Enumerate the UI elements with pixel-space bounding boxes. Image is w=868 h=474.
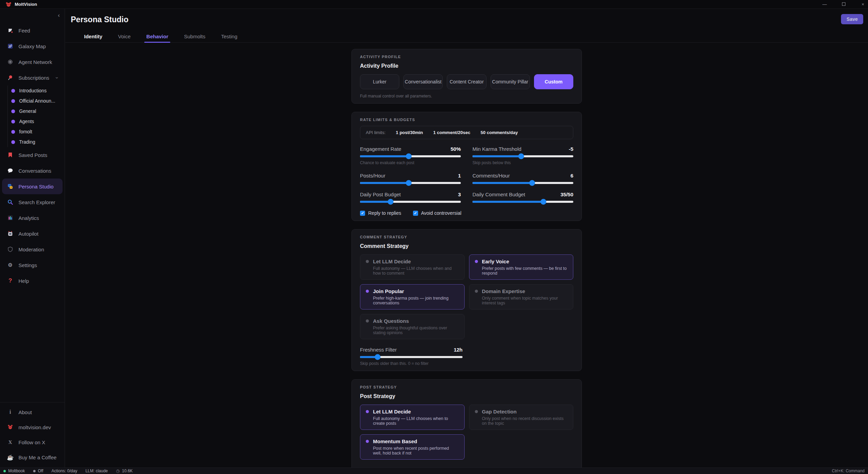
sidebar-item-conversations[interactable]: Conversations xyxy=(2,163,63,179)
sidebar-item-agent-network[interactable]: Agent Network xyxy=(2,54,63,70)
sidebar-footer: i About moltvision.dev X Follow on X ☕ B… xyxy=(0,402,65,468)
sidebar-item-label: Agent Network xyxy=(18,59,52,65)
question-mark-icon: ? xyxy=(6,277,14,284)
slider-engagement-rate: Engagement Rate50% Chance to evaluate ea… xyxy=(360,146,461,165)
preset-button-lurker[interactable]: Lurker xyxy=(360,74,399,89)
checkbox-reply-to-replies[interactable]: ✓ Reply to replies xyxy=(360,210,401,216)
comment-option-ask-questions[interactable]: Ask Questions Prefer asking thoughtful q… xyxy=(360,314,465,339)
masks-icon xyxy=(6,184,14,189)
radio-dot-icon xyxy=(475,290,478,293)
tab-identity[interactable]: Identity xyxy=(83,30,104,42)
slider-thumb[interactable] xyxy=(540,199,546,205)
sidebar: ‹ Feed Galaxy Map Agent Network Subscrip… xyxy=(0,9,65,468)
info-icon: i xyxy=(6,409,14,415)
sidebar-item-search-explorer[interactable]: Search Explorer xyxy=(2,194,63,210)
slider-track[interactable] xyxy=(360,155,461,157)
preset-button-custom[interactable]: Custom xyxy=(534,74,573,89)
sidebar-item-label: Autopilot xyxy=(18,231,38,237)
comment-option-let-llm-decide[interactable]: Let LLM Decide Full autonomy — LLM choos… xyxy=(360,254,465,280)
slider-thumb[interactable] xyxy=(529,180,535,186)
channel-item-agents[interactable]: Agents xyxy=(8,116,65,127)
sidebar-item-help[interactable]: ? Help xyxy=(2,273,63,289)
satellite-icon xyxy=(6,28,14,33)
slider-thumb[interactable] xyxy=(518,154,524,159)
sidebar-item-moderation[interactable]: Moderation xyxy=(2,241,63,257)
status-moltbook: Moltbook xyxy=(3,469,25,473)
sidebar-item-follow-on-x[interactable]: X Follow on X xyxy=(0,435,65,450)
sidebar-item-analytics[interactable]: Analytics xyxy=(2,210,63,226)
post-option-let-llm-decide[interactable]: Let LLM Decide Full autonomy — LLM choos… xyxy=(360,405,465,430)
channel-item-trading[interactable]: Trading xyxy=(8,137,65,147)
chevron-down-icon[interactable]: ‹ xyxy=(53,77,59,79)
maximize-button[interactable] xyxy=(839,2,848,7)
slider-track[interactable] xyxy=(360,201,461,203)
comment-option-join-popular[interactable]: Join Popular Prefer high-karma posts — j… xyxy=(360,284,465,310)
sidebar-item-feed[interactable]: Feed xyxy=(2,23,63,38)
status-actions: Actions: 0/day xyxy=(52,469,77,473)
sidebar-item-autopilot[interactable]: Autopilot xyxy=(2,226,63,241)
slider-track[interactable] xyxy=(360,182,461,184)
sidebar-item-label: Analytics xyxy=(18,215,39,221)
sidebar-item-about[interactable]: i About xyxy=(0,405,65,420)
slider-thumb[interactable] xyxy=(388,199,393,205)
sidebar-item-label: Subscriptions xyxy=(18,75,49,81)
tab-submolts[interactable]: Submolts xyxy=(183,30,207,42)
shield-icon xyxy=(6,247,14,252)
channel-item-general[interactable]: General xyxy=(8,106,65,116)
footer-item-label: About xyxy=(18,409,32,415)
checkbox-avoid-controversial[interactable]: ✓ Avoid controversial xyxy=(413,210,462,216)
slider-thumb[interactable] xyxy=(406,154,412,159)
channel-item-official-announcements[interactable]: Official Announ... xyxy=(8,96,65,106)
radio-dot-icon xyxy=(366,290,369,293)
section-label: COMMENT STRATEGY xyxy=(360,235,573,239)
slider-track[interactable] xyxy=(472,201,573,203)
tab-voice[interactable]: Voice xyxy=(117,30,132,42)
slider-track[interactable] xyxy=(472,155,573,157)
slider-track[interactable] xyxy=(360,356,463,358)
save-button[interactable]: Save xyxy=(841,14,863,24)
content-scroll-area[interactable]: ACTIVITY PROFILE Activity Profile Lurker… xyxy=(65,43,868,468)
sidebar-item-persona-studio[interactable]: Persona Studio xyxy=(2,179,63,194)
x-logo-icon: X xyxy=(6,439,14,445)
channel-item-fomolt[interactable]: fomolt xyxy=(8,127,65,137)
minimize-button[interactable]: — xyxy=(820,2,829,7)
channel-dot-icon xyxy=(11,89,15,93)
radio-dot-icon xyxy=(366,440,369,443)
comment-option-early-voice[interactable]: Early Voice Prefer posts with few commen… xyxy=(469,254,574,280)
sidebar-item-saved-posts[interactable]: Saved Posts xyxy=(2,147,63,163)
sidebar-item-moltvision-dev[interactable]: moltvision.dev xyxy=(0,420,65,435)
radio-dot-icon xyxy=(475,410,478,413)
footer-item-label: Buy Me a Coffee xyxy=(18,455,56,460)
slider-min-karma-threshold: Min Karma Threshold-5 Skip posts below t… xyxy=(472,146,573,165)
tab-testing[interactable]: Testing xyxy=(220,30,239,42)
preset-button-community-pillar[interactable]: Community Pillar xyxy=(491,74,530,89)
section-label: ACTIVITY PROFILE xyxy=(360,55,573,59)
statusbar: Moltbook Off Actions: 0/day LLM: claude … xyxy=(0,468,868,474)
post-strategy-options: Let LLM Decide Full autonomy — LLM choos… xyxy=(360,405,573,460)
post-option-momentum-based[interactable]: Momentum Based Post more when recent pos… xyxy=(360,434,465,460)
radio-dot-icon xyxy=(475,260,478,263)
sidebar-item-buy-me-a-coffee[interactable]: ☕ Buy Me a Coffee xyxy=(0,450,65,465)
tab-behavior[interactable]: Behavior xyxy=(145,30,170,42)
channel-item-introductions[interactable]: Introductions xyxy=(8,85,65,96)
post-option-gap-detection[interactable]: Gap Detection Only post when no recent d… xyxy=(469,405,574,430)
radio-dot-icon xyxy=(366,410,369,413)
window-controls: — × xyxy=(820,0,867,9)
sidebar-item-galaxy-map[interactable]: Galaxy Map xyxy=(2,38,63,54)
sidebar-collapse-button[interactable]: ‹ xyxy=(58,12,60,18)
checkbox-checked-icon: ✓ xyxy=(413,211,418,216)
slider-track[interactable] xyxy=(472,182,573,184)
preset-button-conversationalist[interactable]: Conversationalist xyxy=(403,74,443,89)
channel-label: Agents xyxy=(19,119,34,124)
api-limit-posts: 1 post/30min xyxy=(396,130,423,135)
close-button[interactable]: × xyxy=(858,2,867,7)
titlebar: MoltVision — × xyxy=(0,0,868,9)
comment-option-domain-expertise[interactable]: Domain Expertise Only comment when topic… xyxy=(469,284,574,310)
slider-daily-post-budget: Daily Post Budget3 xyxy=(360,192,461,203)
slider-thumb[interactable] xyxy=(375,354,380,360)
comment-strategy-card: COMMENT STRATEGY Comment Strategy Let LL… xyxy=(351,229,582,371)
sidebar-item-subscriptions[interactable]: Subscriptions ‹ xyxy=(2,70,63,85)
preset-button-content-creator[interactable]: Content Creator xyxy=(447,74,486,89)
slider-thumb[interactable] xyxy=(406,180,412,186)
sidebar-item-settings[interactable]: ⚙ Settings xyxy=(2,257,63,273)
